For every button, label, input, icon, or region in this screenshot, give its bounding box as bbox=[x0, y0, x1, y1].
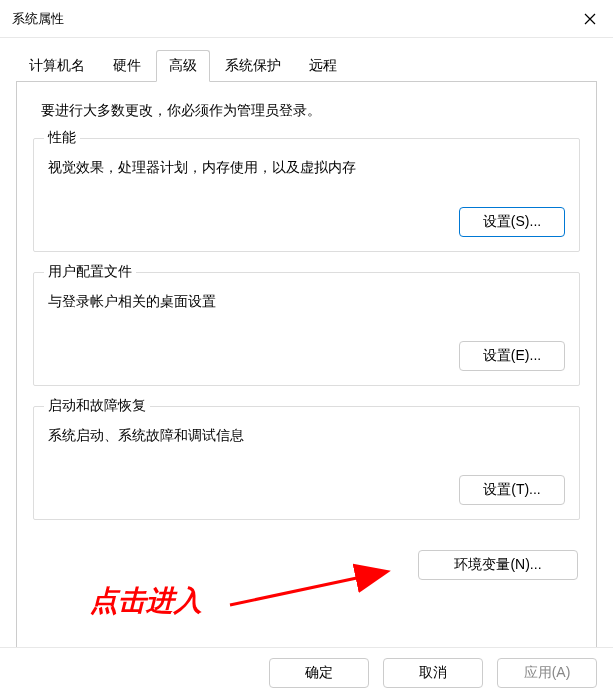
group-startup-desc: 系统启动、系统故障和调试信息 bbox=[48, 427, 565, 445]
tab-content-advanced: 要进行大多数更改，你必须作为管理员登录。 性能 视觉效果，处理器计划，内存使用，… bbox=[16, 81, 597, 649]
group-performance-title: 性能 bbox=[44, 129, 80, 147]
close-icon bbox=[584, 13, 596, 25]
cancel-button[interactable]: 取消 bbox=[383, 658, 483, 688]
group-performance: 性能 视觉效果，处理器计划，内存使用，以及虚拟内存 设置(S)... bbox=[33, 138, 580, 252]
window-title: 系统属性 bbox=[12, 10, 64, 28]
ok-button[interactable]: 确定 bbox=[269, 658, 369, 688]
tab-hardware[interactable]: 硬件 bbox=[100, 50, 154, 81]
group-userprofile-desc: 与登录帐户相关的桌面设置 bbox=[48, 293, 565, 311]
tab-strip: 计算机名 硬件 高级 系统保护 远程 bbox=[0, 38, 613, 81]
tab-remote[interactable]: 远程 bbox=[296, 50, 350, 81]
close-button[interactable] bbox=[567, 0, 613, 38]
tab-advanced[interactable]: 高级 bbox=[156, 50, 210, 82]
performance-settings-button[interactable]: 设置(S)... bbox=[459, 207, 565, 237]
environment-variables-button[interactable]: 环境变量(N)... bbox=[418, 550, 578, 580]
dialog-footer: 确定 取消 应用(A) bbox=[0, 647, 613, 697]
group-performance-desc: 视觉效果，处理器计划，内存使用，以及虚拟内存 bbox=[48, 159, 565, 177]
tab-system-protection[interactable]: 系统保护 bbox=[212, 50, 294, 81]
group-userprofile: 用户配置文件 与登录帐户相关的桌面设置 设置(E)... bbox=[33, 272, 580, 386]
titlebar: 系统属性 bbox=[0, 0, 613, 38]
startup-settings-button[interactable]: 设置(T)... bbox=[459, 475, 565, 505]
group-userprofile-title: 用户配置文件 bbox=[44, 263, 136, 281]
admin-notice: 要进行大多数更改，你必须作为管理员登录。 bbox=[33, 102, 580, 120]
userprofile-settings-button[interactable]: 设置(E)... bbox=[459, 341, 565, 371]
apply-button[interactable]: 应用(A) bbox=[497, 658, 597, 688]
tab-computer-name[interactable]: 计算机名 bbox=[16, 50, 98, 81]
group-startup: 启动和故障恢复 系统启动、系统故障和调试信息 设置(T)... bbox=[33, 406, 580, 520]
group-startup-title: 启动和故障恢复 bbox=[44, 397, 150, 415]
